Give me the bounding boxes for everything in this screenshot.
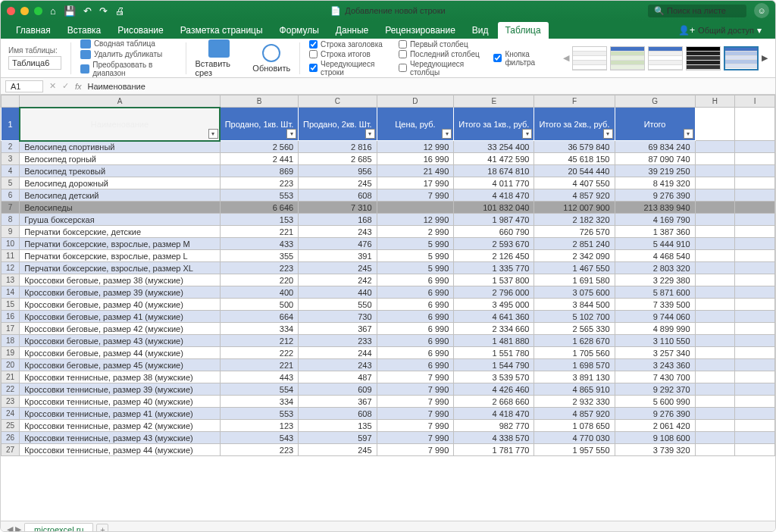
share-button[interactable]: 👤+ Общий доступ ▾ [672,22,768,39]
cell[interactable]: 212 [220,335,298,347]
cell[interactable]: 220 [220,274,298,286]
table-style-thumb[interactable] [572,46,607,70]
cell[interactable]: 168 [299,214,377,226]
cell[interactable]: 2 803 320 [615,262,695,274]
table-tool[interactable]: Сводная таблица [80,39,177,49]
cell[interactable]: 3 257 340 [615,347,695,359]
cell[interactable]: 21 490 [377,165,454,177]
row-header[interactable]: 12 [2,262,20,274]
cell[interactable]: Кроссовки теннисные, размер 42 (мужские) [20,420,221,432]
cell[interactable]: 112 007 900 [534,202,615,214]
cell[interactable]: 5 990 [377,238,454,250]
cell[interactable]: 1 957 550 [534,444,615,456]
cell[interactable]: 1 078 650 [534,420,615,432]
cell[interactable]: 1 705 560 [534,347,615,359]
cell[interactable]: 16 990 [377,153,454,165]
row-header[interactable]: 23 [2,396,20,408]
cell[interactable]: Перчатки боксерские, взрослые, размер L [20,250,221,262]
cell[interactable]: 2 334 660 [454,323,534,335]
table-style-thumb[interactable] [648,46,683,70]
cell[interactable]: 3 495 000 [454,299,534,311]
style-option[interactable]: Чередующиеся столбцы [399,60,484,77]
cell[interactable]: 20 544 440 [534,165,615,177]
gallery-next-icon[interactable]: ▶ [762,53,768,63]
table-header[interactable]: Итого за 2кв., руб.▾ [534,108,615,141]
col-header[interactable]: C [299,95,377,108]
row-header[interactable]: 5 [2,177,20,189]
col-header[interactable]: A [20,95,221,108]
row-header[interactable]: 4 [2,165,20,177]
cell[interactable]: 608 [299,189,377,202]
cell[interactable]: 87 090 740 [615,153,695,165]
col-header[interactable]: D [377,95,454,108]
cell[interactable]: 7 990 [377,432,454,444]
filter-icon[interactable]: ▾ [208,129,218,139]
row-header[interactable]: 19 [2,347,20,359]
minimize-icon[interactable] [20,7,29,15]
cell[interactable]: 6 990 [377,347,454,359]
cell[interactable]: 1 551 780 [454,347,534,359]
cell[interactable]: 4 338 570 [454,432,534,444]
search-input[interactable]: 🔍 Поиск на листе [648,5,746,17]
refresh-button[interactable]: Обновить [252,44,290,73]
cell[interactable]: 245 [299,444,377,456]
cell[interactable]: 245 [299,262,377,274]
row-header[interactable]: 18 [2,335,20,347]
row-header[interactable]: 10 [2,238,20,250]
row-header[interactable]: 1 [2,108,20,141]
style-option[interactable]: Первый столбец [399,40,484,49]
row-header[interactable]: 15 [2,299,20,311]
cell[interactable]: 553 [220,408,298,420]
cell[interactable]: 7 990 [377,189,454,202]
cell[interactable]: 433 [220,238,298,250]
cell[interactable]: 726 570 [534,226,615,238]
cell[interactable]: Кроссовки теннисные, размер 38 (мужские) [20,371,221,383]
gallery-prev-icon[interactable]: ◀ [563,53,569,63]
cell[interactable]: 9 744 060 [615,311,695,323]
cell[interactable]: 2 932 330 [534,396,615,408]
cell[interactable]: Кроссовки беговые, размер 44 (мужские) [20,347,221,359]
col-header[interactable]: G [615,95,695,108]
cell[interactable]: 2 796 000 [454,286,534,299]
cell[interactable]: Велосипед трековый [20,165,221,177]
cell[interactable]: 123 [220,420,298,432]
cell[interactable]: 7 990 [377,383,454,396]
cell[interactable]: 550 [299,299,377,311]
row-header[interactable]: 16 [2,311,20,323]
cell[interactable]: Кроссовки теннисные, размер 41 (мужские) [20,408,221,420]
formula-value[interactable]: Наименование [88,82,146,91]
cell[interactable]: Велосипед детский [20,189,221,202]
cell[interactable]: Кроссовки беговые, размер 39 (мужские) [20,286,221,299]
row-header[interactable]: 9 [2,226,20,238]
cell[interactable]: 367 [299,323,377,335]
cell[interactable]: 5 990 [377,262,454,274]
user-icon[interactable]: ☺ [754,3,769,18]
fx-icon[interactable]: fx [75,82,82,91]
filter-icon[interactable]: ▾ [442,129,452,139]
row-header[interactable]: 11 [2,250,20,262]
cell[interactable]: 135 [299,420,377,432]
cell[interactable]: 45 618 150 [534,153,615,165]
cell[interactable]: 4 418 470 [454,189,534,202]
cell[interactable]: 221 [220,359,298,371]
cell[interactable]: 223 [220,177,298,189]
cell[interactable]: 153 [220,214,298,226]
cell[interactable]: 2 851 240 [534,238,615,250]
col-header[interactable]: F [534,95,615,108]
cell[interactable]: 9 276 390 [615,189,695,202]
cell[interactable]: 1 698 570 [534,359,615,371]
cell[interactable]: 869 [220,165,298,177]
cell[interactable]: 554 [220,383,298,396]
add-sheet-button[interactable]: + [96,524,108,533]
cell[interactable]: 69 834 240 [615,141,695,153]
cell[interactable]: 660 790 [454,226,534,238]
redo-icon[interactable]: ↷ [99,5,108,17]
row-header[interactable]: 24 [2,408,20,420]
row-header[interactable]: 27 [2,444,20,456]
table-header[interactable]: Цена, руб.▾ [377,108,454,141]
row-header[interactable]: 17 [2,323,20,335]
insert-slicer-button[interactable]: Вставить срез [195,39,243,77]
cell[interactable]: 334 [220,396,298,408]
row-header[interactable]: 26 [2,432,20,444]
cell[interactable]: Велосипед спортивный [20,141,221,153]
